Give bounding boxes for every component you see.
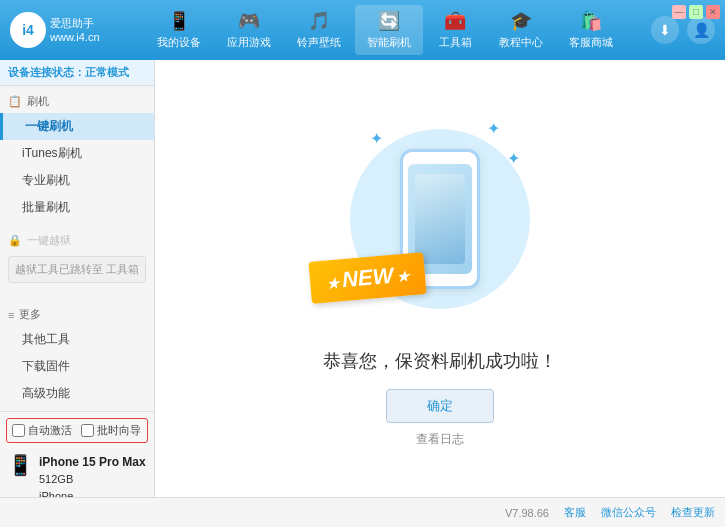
batch-flash-label: 批量刷机 [22,199,70,216]
flash-section-label: 刷机 [27,94,49,109]
tutorial-icon: 🎓 [510,10,532,32]
device-storage: 512GB [39,471,146,488]
tutorial-label: 教程中心 [499,35,543,50]
nav: 📱 我的设备 🎮 应用游戏 🎵 铃声壁纸 🔄 智能刷机 🧰 工具箱 🎓 [120,5,651,55]
device-info: 📱 iPhone 15 Pro Max 512GB iPhone [6,449,148,497]
nav-item-service[interactable]: 🛍️ 客服商城 [557,5,625,55]
time-guide-checkbox[interactable] [81,424,94,437]
logo-icon: i4 [10,12,46,48]
nav-item-tutorial[interactable]: 🎓 教程中心 [487,5,555,55]
footer-right: V7.98.66 客服 微信公众号 检查更新 [505,505,715,520]
download-button[interactable]: ⬇ [651,16,679,44]
auto-activate-text: 自动激活 [28,423,72,438]
time-guide-text: 批时向导 [97,423,141,438]
status-bar: 设备连接状态：正常模式 [0,60,154,86]
service-icon: 🛍️ [580,10,602,32]
more-label: 更多 [19,307,41,322]
smart-flash-label: 智能刷机 [367,35,411,50]
sparkle-1: ✦ [370,129,383,148]
success-image: ✦ ✦ ✦ NEW [340,109,540,329]
footer-support[interactable]: 客服 [564,505,586,520]
flash-group[interactable]: 📋 刷机 [0,90,154,113]
sidebar-bottom: 自动激活 批时向导 📱 iPhone 15 Pro Max 512GB iPho… [0,411,154,497]
batch-flash-item[interactable]: 批量刷机 [0,194,154,221]
jailbreak-group: 🔒 一键越狱 [0,229,154,252]
nav-item-ringtone[interactable]: 🎵 铃声壁纸 [285,5,353,55]
more-section: ≡ 更多 其他工具 下载固件 高级功能 [0,299,154,411]
my-device-icon: 📱 [168,10,190,32]
advanced-item[interactable]: 高级功能 [0,380,154,407]
advanced-label: 高级功能 [22,385,70,402]
user-button[interactable]: 👤 [687,16,715,44]
ringtone-label: 铃声壁纸 [297,35,341,50]
logo-text: 爱思助手 www.i4.cn [50,16,100,45]
jailbreak-icon: 🔒 [8,234,22,247]
device-icon: 📱 [8,453,33,477]
device-type: iPhone [39,488,146,497]
logo: i4 爱思助手 www.i4.cn [10,12,100,48]
more-group[interactable]: ≡ 更多 [0,303,154,326]
toolbox-label: 工具箱 [439,35,472,50]
download-firmware-item[interactable]: 下载固件 [0,353,154,380]
app-url: www.i4.cn [50,30,100,44]
jailbreak-label: 一键越狱 [27,233,71,248]
time-guide-label[interactable]: 批时向导 [81,423,141,438]
jailbreak-disabled-box: 越狱工具已跳转至 工具箱 [8,256,146,283]
view-log-link[interactable]: 查看日志 [416,431,464,448]
other-tools-label: 其他工具 [22,331,70,348]
auto-activate-checkbox[interactable] [12,424,25,437]
success-message: 恭喜您，保资料刷机成功啦！ [323,349,557,373]
ringtone-icon: 🎵 [308,10,330,32]
phone-screen-inner [415,174,465,264]
jailbreak-section: 🔒 一键越狱 越狱工具已跳转至 工具箱 [0,225,154,291]
pro-flash-label: 专业刷机 [22,172,70,189]
footer: V7.98.66 客服 微信公众号 检查更新 [0,497,725,527]
itunes-flash-item[interactable]: iTunes刷机 [0,140,154,167]
download-firmware-label: 下载固件 [22,358,70,375]
flash-section: 📋 刷机 一键刷机 iTunes刷机 专业刷机 批量刷机 [0,86,154,225]
apps-games-icon: 🎮 [238,10,260,32]
apps-games-label: 应用游戏 [227,35,271,50]
confirm-button[interactable]: 确定 [386,389,494,423]
toolbox-icon: 🧰 [444,10,466,32]
footer-wechat[interactable]: 微信公众号 [601,505,656,520]
itunes-flash-label: iTunes刷机 [22,145,82,162]
header-right: ⬇ 👤 [651,16,715,44]
service-label: 客服商城 [569,35,613,50]
smart-flash-icon: 🔄 [378,10,400,32]
sparkle-3: ✦ [507,149,520,168]
nav-item-smart-flash[interactable]: 🔄 智能刷机 [355,5,423,55]
auto-controls: 自动激活 批时向导 [6,418,148,443]
window-controls: — □ ✕ [672,5,720,19]
header: i4 爱思助手 www.i4.cn 📱 我的设备 🎮 应用游戏 🎵 铃声壁纸 🔄… [0,0,725,60]
jailbreak-disabled-text: 越狱工具已跳转至 工具箱 [15,263,139,275]
footer-check-update[interactable]: 检查更新 [671,505,715,520]
main-content: ✦ ✦ ✦ NEW 恭喜您，保资料刷机成功啦！ 确定 查看日志 [155,60,725,497]
other-tools-item[interactable]: 其他工具 [0,326,154,353]
status-value: 正常模式 [85,66,129,78]
one-click-flash-label: 一键刷机 [25,118,73,135]
my-device-label: 我的设备 [157,35,201,50]
status-label: 设备连接状态： [8,66,85,78]
maximize-button[interactable]: □ [689,5,703,19]
flash-section-icon: 📋 [8,95,22,108]
device-text: iPhone 15 Pro Max 512GB iPhone [39,453,146,497]
auto-activate-label[interactable]: 自动激活 [12,423,72,438]
sparkle-2: ✦ [487,119,500,138]
one-click-flash-item[interactable]: 一键刷机 [0,113,154,140]
nav-item-toolbox[interactable]: 🧰 工具箱 [425,5,485,55]
sidebar: 设备连接状态：正常模式 📋 刷机 一键刷机 iTunes刷机 专业刷机 批量刷机… [0,60,155,497]
app-name: 爱思助手 [50,16,100,30]
minimize-button[interactable]: — [672,5,686,19]
nav-item-my-device[interactable]: 📱 我的设备 [145,5,213,55]
nav-item-apps-games[interactable]: 🎮 应用游戏 [215,5,283,55]
close-button[interactable]: ✕ [706,5,720,19]
device-name: iPhone 15 Pro Max [39,453,146,471]
pro-flash-item[interactable]: 专业刷机 [0,167,154,194]
more-icon: ≡ [8,309,14,321]
footer-version: V7.98.66 [505,507,549,519]
